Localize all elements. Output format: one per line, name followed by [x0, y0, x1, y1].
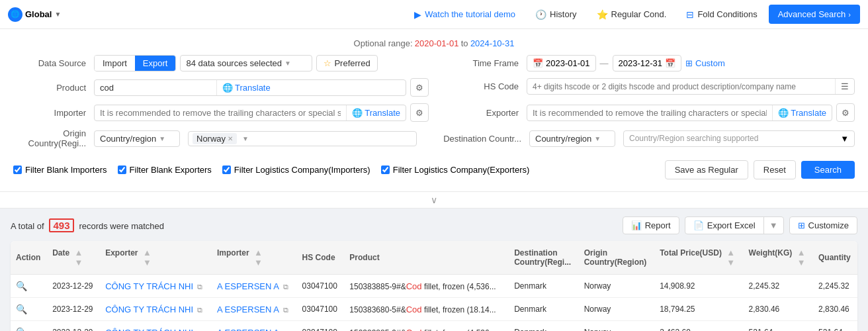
- col-product: Product: [344, 241, 509, 275]
- product-settings-btn[interactable]: ⚙: [410, 78, 429, 97]
- importer-input[interactable]: [95, 105, 346, 120]
- exporter-translate-btn[interactable]: 🌐 Translate: [772, 105, 832, 120]
- col-exporter[interactable]: Exporter ▲▼: [100, 241, 212, 275]
- origin-type-select[interactable]: Country/region ▼: [94, 130, 180, 147]
- customize-btn[interactable]: ⊞ Customize: [789, 216, 857, 234]
- export-btn[interactable]: Export: [135, 56, 176, 71]
- exporter-link[interactable]: CÔNG TY TRÁCH NHI: [105, 328, 193, 332]
- date-start-input[interactable]: 📅 2023-01-01: [527, 55, 596, 71]
- timeframe-label: Time Frame: [439, 58, 519, 68]
- tag-dropdown-icon[interactable]: ▼: [239, 134, 251, 144]
- importer-link[interactable]: A ESPERSEN A: [217, 305, 279, 314]
- filter-logistics-exporters[interactable]: Filter Logistics Company(Exporters): [381, 165, 530, 175]
- date-cell: 2023-12-29: [47, 275, 100, 298]
- col-date[interactable]: Date ▲▼: [47, 241, 100, 275]
- date-separator: —: [600, 58, 609, 68]
- importer-label: Importer: [13, 108, 86, 118]
- row-product-hscode: Product 🌐 Translate ⚙ HS C: [13, 78, 855, 103]
- copy-exporter-icon[interactable]: ⧉: [197, 283, 202, 291]
- importer-settings-btn[interactable]: ⚙: [410, 103, 429, 122]
- importer-link[interactable]: A ESPERSEN A: [217, 328, 279, 332]
- copy-importer-icon[interactable]: ⧉: [283, 283, 288, 291]
- filter-logistics-importers-checkbox[interactable]: [222, 166, 231, 174]
- date-end-input[interactable]: 2023-12-31 📅: [613, 55, 682, 71]
- filter-blank-importers[interactable]: Filter Blank Importers: [13, 165, 107, 175]
- filter-blank-importers-checkbox[interactable]: [13, 166, 22, 174]
- filter-logistics-exporters-checkbox[interactable]: [381, 166, 390, 174]
- importer-row: Importer 🌐 Translate ⚙: [13, 103, 429, 122]
- watch-tutorial-btn[interactable]: ▶ Watch the tutorial demo: [406, 5, 524, 24]
- results-count: A total of 493 records were matched: [11, 220, 164, 231]
- hscode-list-btn[interactable]: ☰: [835, 79, 854, 94]
- save-regular-btn[interactable]: Save as Regular: [665, 160, 748, 179]
- action-search-icon[interactable]: 🔍: [16, 327, 27, 331]
- hscode-col: HS Code ☰: [439, 78, 855, 103]
- product-input[interactable]: [95, 80, 216, 95]
- top-bar-left: 🌐 Global ▼: [8, 7, 61, 22]
- hscode-cell: 03047100: [297, 321, 345, 332]
- preferred-btn[interactable]: ☆ Preferred: [316, 55, 377, 71]
- export-excel-btn[interactable]: 📄 Export Excel: [685, 217, 763, 234]
- advanced-search-btn[interactable]: Advanced Search ›: [769, 5, 860, 24]
- exporter-link[interactable]: CÔNG TY TRÁCH NHI: [105, 305, 193, 314]
- datasources-select[interactable]: 84 data sources selected ▼: [180, 55, 312, 71]
- hscode-label: HS Code: [439, 81, 519, 91]
- reset-btn[interactable]: Reset: [754, 160, 796, 179]
- report-label: Report: [645, 220, 671, 230]
- action-search-icon[interactable]: 🔍: [16, 281, 27, 291]
- history-btn[interactable]: 🕐 History: [527, 5, 585, 24]
- norway-tag: Norway ✕: [193, 133, 237, 144]
- settings-icon: ⚙: [415, 108, 423, 118]
- col-total-price[interactable]: Total Price(USD) ▲▼: [654, 241, 743, 275]
- copy-exporter-icon[interactable]: ⧉: [197, 306, 202, 314]
- exporter-label: Exporter: [439, 108, 519, 118]
- filter-logistics-exporters-label: Filter Logistics Company(Exporters): [393, 165, 530, 175]
- regular-cond-btn[interactable]: ⭐ Regular Cond.: [588, 5, 675, 24]
- col-weight[interactable]: Weight(KG) ▲▼: [744, 241, 813, 275]
- date-end-value: 2023-12-31: [619, 58, 663, 68]
- dest-country-input[interactable]: Country/Region searching supported ▼: [623, 130, 855, 147]
- fold-conditions-btn[interactable]: ⊟ Fold Conditions: [677, 5, 765, 24]
- dest-country-label: Destination Countr...: [435, 134, 521, 144]
- filter-blank-exporters-checkbox[interactable]: [118, 166, 126, 174]
- report-btn[interactable]: 📊 Report: [623, 216, 679, 234]
- custom-btn[interactable]: ⊞ Custom: [685, 58, 725, 68]
- origin-country-label: Origin Country(Regi...: [13, 128, 86, 148]
- history-icon: 🕐: [535, 9, 546, 20]
- dest-type-caret: ▼: [594, 135, 601, 142]
- import-btn[interactable]: Import: [95, 56, 135, 71]
- action-search-icon[interactable]: 🔍: [16, 304, 27, 314]
- exporter-link[interactable]: CÔNG TY TRÁCH NHI: [105, 281, 193, 291]
- norway-tag-remove[interactable]: ✕: [228, 135, 233, 142]
- search-btn[interactable]: Search: [801, 161, 855, 179]
- copy-importer-icon[interactable]: ⧉: [283, 329, 288, 332]
- optional-range-end: 2024-10-31: [470, 38, 515, 48]
- dest-type-select[interactable]: Country/region ▼: [529, 130, 615, 147]
- copy-importer-icon[interactable]: ⧉: [283, 306, 288, 314]
- origin-country-tags[interactable]: Norway ✕ ▼: [188, 131, 417, 146]
- custom-label: Custom: [695, 58, 725, 68]
- col-importer[interactable]: Importer ▲▼: [212, 241, 297, 275]
- watch-tutorial-label: Watch the tutorial demo: [425, 9, 515, 19]
- export-dropdown-btn[interactable]: ▼: [763, 217, 783, 234]
- translate-label: Translate: [365, 108, 400, 118]
- importer-translate-btn[interactable]: 🌐 Translate: [346, 105, 406, 120]
- filter-actions: Save as Regular Reset Search: [665, 160, 855, 179]
- report-icon: 📊: [631, 220, 642, 230]
- import-export-toggle: Import Export: [94, 55, 176, 71]
- hscode-input[interactable]: [527, 79, 835, 94]
- filter-logistics-importers-label: Filter Logistics Company(Importers): [234, 165, 370, 175]
- exporter-input[interactable]: [527, 105, 772, 120]
- importer-link[interactable]: A ESPERSEN A: [217, 281, 279, 291]
- importer-cell: A ESPERSEN A ⧉: [212, 321, 297, 332]
- filter-logistics-importers[interactable]: Filter Logistics Company(Importers): [222, 165, 370, 175]
- copy-exporter-icon[interactable]: ⧉: [197, 329, 202, 332]
- timeframe-controls: 📅 2023-01-01 — 2023-12-31 📅 ⊞ Custom: [527, 55, 725, 71]
- exporter-settings-btn[interactable]: ⚙: [836, 103, 855, 122]
- global-selector[interactable]: 🌐 Global ▼: [8, 7, 61, 22]
- datasource-col: Data Source Import Export 84 data source…: [13, 55, 429, 78]
- collapse-btn[interactable]: ∨: [431, 195, 437, 205]
- product-col: Product 🌐 Translate ⚙: [13, 78, 429, 103]
- translate-btn[interactable]: 🌐 Translate: [216, 80, 276, 95]
- filter-blank-exporters[interactable]: Filter Blank Exporters: [118, 165, 212, 175]
